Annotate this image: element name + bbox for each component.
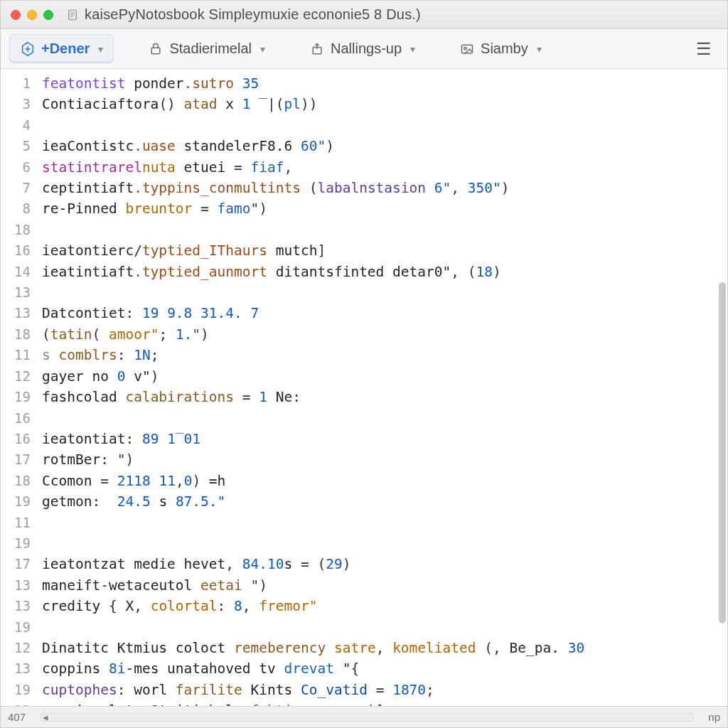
menu-label: Siamby [481, 41, 528, 57]
code-line[interactable]: s comblrs: 1N; [42, 345, 723, 365]
line-number: 13 [1, 575, 39, 596]
code-line[interactable]: Dinatitc Ktmius coloct remeberency satre… [42, 638, 723, 658]
code-line[interactable]: parrignulate Staitichal efebtique acc.a)… [42, 700, 723, 706]
code-line[interactable]: statintrarelnuta etuei = fiaf, [42, 157, 723, 178]
code-line[interactable]: credity { X, colortal: 8, fremor" [42, 596, 723, 616]
code-line[interactable]: maneift-wetaceutol eetai ") [42, 575, 723, 596]
image-icon [459, 41, 475, 57]
code-line[interactable]: ceptintiaft.typpins_conmultints (labalns… [42, 178, 723, 198]
new-button-label: +Dener [41, 41, 90, 57]
code-line[interactable]: re-Pinned breuntor = famo") [42, 198, 723, 219]
menu-label: Nallings-up [331, 41, 402, 57]
line-number: 11 [1, 345, 39, 365]
code-line[interactable]: getmon: 24.5 s 87.5." [42, 491, 723, 512]
line-number: 16 [1, 408, 39, 429]
line-number: 1 [1, 73, 39, 94]
stadierimelal-menu[interactable]: Stadierimelal ▾ [138, 35, 275, 63]
editor[interactable]: 1345678181614131318111219161617181911191… [1, 69, 727, 706]
new-button[interactable]: +Dener ▾ [9, 34, 114, 63]
siamby-menu[interactable]: Siamby ▾ [449, 35, 552, 63]
line-number: 6 [1, 157, 39, 178]
code-line[interactable]: ieatontzat medie hevet, 84.10s = (29) [42, 554, 723, 574]
line-number: 3 [1, 94, 39, 114]
line-number: 19 [1, 617, 39, 638]
line-number: 13 [1, 303, 39, 323]
line-number: 17 [1, 449, 39, 470]
code-line[interactable]: fashcolad calabirations = 1 Ne: [42, 387, 723, 407]
code-line[interactable] [42, 115, 723, 136]
line-number: 5 [1, 136, 39, 156]
toolbar: +Dener ▾ Stadierimelal ▾ Nallings-up ▾ S… [1, 29, 727, 69]
code-line[interactable] [42, 282, 723, 303]
code-line[interactable]: (tatin( amoor"; 1.") [42, 324, 723, 345]
lock-icon [148, 41, 164, 57]
code-line[interactable]: gayer no 0 v") [42, 366, 723, 387]
code-line[interactable] [42, 513, 723, 533]
line-number: 12 [1, 366, 39, 387]
code-line[interactable]: ieatontiat: 89 1‾01 [42, 429, 723, 449]
code-line[interactable]: featontist ponder.sutro 35 [42, 73, 723, 94]
line-number: 17 [1, 554, 39, 574]
svg-point-4 [464, 47, 466, 49]
vertical-scrollbar[interactable] [719, 282, 726, 623]
hamburger-menu[interactable]: ☰ [689, 35, 719, 63]
line-number: 14 [1, 262, 39, 282]
line-number: 13 [1, 658, 39, 679]
line-number: 18 [1, 220, 39, 240]
code-line[interactable]: Contiaciaftora() atad x 1 ‾|(pl)) [42, 94, 723, 114]
window-title: kaisePyNotosbook Simpleymuxie econonie5 … [85, 6, 421, 23]
chevron-down-icon: ▾ [410, 43, 415, 55]
code-line[interactable] [42, 408, 723, 429]
line-number: 13 [1, 596, 39, 616]
line-number: 11 [1, 513, 39, 533]
chevron-down-icon: ▾ [260, 43, 265, 55]
plus-hexagon-icon [20, 41, 36, 57]
line-number: 19 [1, 491, 39, 512]
line-number: 19 [1, 387, 39, 407]
code-line[interactable]: Datcontiet: 19 9.8 31.4. 7 [42, 303, 723, 323]
code-line[interactable]: ieatintiaft.typtied_aunmort ditantsfinte… [42, 262, 723, 282]
line-number: 4 [1, 115, 39, 136]
code-area[interactable]: featontist ponder.sutro 35Contiaciaftora… [39, 69, 727, 706]
menu-label: Stadierimelal [169, 41, 252, 57]
code-line[interactable]: coppins 8i-mes unatahoved tv drevat "{ [42, 658, 723, 679]
zoom-icon[interactable] [43, 10, 53, 20]
line-number: 33 [1, 700, 39, 706]
line-number: 12 [1, 638, 39, 658]
code-line[interactable]: Ccomon = 2118 11,0) =h [42, 471, 723, 491]
chevron-down-icon: ▾ [98, 43, 103, 55]
minimize-icon[interactable] [27, 10, 37, 20]
line-number: 13 [1, 282, 39, 303]
code-line[interactable]: cuptophes: worl farilite Kints Co_vatid … [42, 680, 723, 700]
code-line[interactable]: rotmBer: ") [42, 449, 723, 470]
document-icon [66, 9, 79, 21]
line-number: 19 [1, 533, 39, 554]
status-right: np [708, 711, 720, 723]
nallings-up-menu[interactable]: Nallings-up ▾ [299, 35, 425, 63]
code-line[interactable] [42, 533, 723, 554]
chevron-left-icon: ◂ [42, 714, 49, 720]
export-icon [309, 41, 325, 57]
horizontal-scrollbar[interactable]: ◂ [40, 713, 694, 722]
code-line[interactable]: ieatontierc/typtied_IThaurs mutch] [42, 240, 723, 261]
close-icon[interactable] [11, 10, 21, 20]
app-window: kaisePyNotosbook Simpleymuxie econonie5 … [0, 0, 728, 728]
line-number: 7 [1, 178, 39, 198]
line-gutter: 1345678181614131318111219161617181911191… [1, 69, 39, 706]
statusbar: 407 ◂ np [1, 706, 727, 727]
line-number: 16 [1, 240, 39, 261]
line-number: 18 [1, 471, 39, 491]
titlebar: kaisePyNotosbook Simpleymuxie econonie5 … [1, 1, 727, 29]
code-line[interactable]: ieaContistc.uase standelerF8.6 60") [42, 136, 723, 156]
line-number: 19 [1, 680, 39, 700]
chevron-down-icon: ▾ [537, 43, 542, 55]
line-number: 16 [1, 429, 39, 449]
window-controls [11, 10, 53, 20]
svg-rect-1 [152, 48, 161, 53]
line-number: 8 [1, 198, 39, 219]
code-line[interactable] [42, 617, 723, 638]
status-left: 407 [8, 711, 26, 723]
code-line[interactable] [42, 220, 723, 240]
line-number: 18 [1, 324, 39, 345]
